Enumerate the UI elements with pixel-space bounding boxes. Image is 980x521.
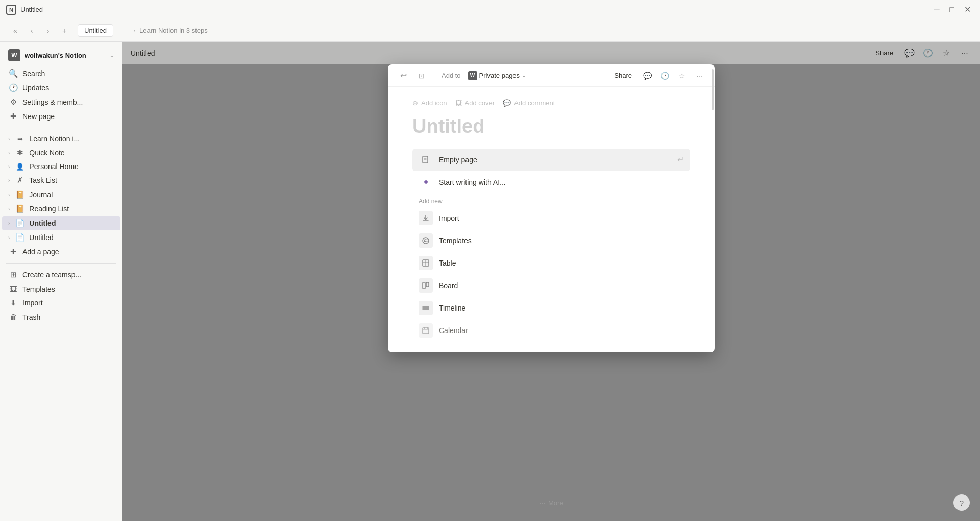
board-option-label: Board [439, 281, 458, 290]
modal-back-button[interactable]: ↩ [396, 68, 410, 83]
modal-history-button[interactable]: 🕐 [657, 68, 672, 83]
calendar-option[interactable]: Calendar [412, 319, 690, 342]
sidebar-item-untitled-2[interactable]: › 📄 Untitled [2, 230, 120, 245]
templates-option[interactable]: Templates [412, 229, 690, 252]
calendar-option-icon [419, 323, 433, 338]
import-icon: ⬇ [8, 298, 18, 307]
timeline-option-icon [419, 301, 433, 315]
close-button[interactable]: ✕ [963, 5, 972, 14]
sidebar-item-trash[interactable]: 🗑 Trash [2, 310, 120, 324]
modal-scroll-area: ⊕ Add icon 🖼 Add cover 💬 Add comment [388, 87, 715, 352]
empty-page-option[interactable]: Empty page ↵ [412, 149, 690, 171]
new-page-nav-button[interactable]: + [57, 23, 71, 38]
modal-backdrop: ↩ ⊡ Add to W Private [122, 42, 980, 521]
modal-layout-button[interactable]: ⊡ [414, 68, 429, 83]
empty-page-label: Empty page [439, 156, 477, 164]
sidebar-item-untitled-1[interactable]: › 📄 Untitled [2, 216, 120, 230]
help-button[interactable]: ? [953, 494, 970, 511]
secondary-tab[interactable]: → Learn Notion in 3 steps [124, 25, 214, 36]
page-title-input[interactable]: Untitled [412, 115, 690, 138]
trash-icon: 🗑 [8, 313, 18, 321]
import-option-icon [419, 211, 433, 225]
sidebar-settings-label: Settings & memb... [22, 98, 83, 106]
modal-comment-button[interactable]: 💬 [640, 68, 654, 83]
workspace-badge-name: Private pages [479, 72, 520, 79]
search-icon: 🔍 [8, 69, 18, 78]
sidebar-item-create-teamspace[interactable]: ⊞ Create a teamsp... [2, 268, 120, 282]
chevron-icon: › [8, 206, 10, 212]
modal-more-button[interactable]: ··· [692, 68, 706, 83]
templates-icon: 🖼 [8, 285, 18, 293]
sidebar-updates-label: Updates [22, 84, 49, 92]
sidebar-item-templates[interactable]: 🖼 Templates [2, 282, 120, 296]
add-comment-emoji: 💬 [503, 99, 511, 107]
minimize-button[interactable]: ─ [932, 5, 941, 14]
sidebar-item-add-page[interactable]: ✚ Add a page [2, 245, 120, 259]
sidebar-learn-notion-label: Learn Notion i... [29, 135, 80, 143]
new-page-icon: ✚ [8, 112, 18, 121]
forward-button[interactable]: › [41, 23, 55, 38]
sidebar-item-quick-note[interactable]: › ✱ Quick Note [2, 146, 120, 160]
timeline-option[interactable]: Timeline [412, 297, 690, 319]
sidebar-item-updates[interactable]: 🕐 Updates [2, 81, 120, 95]
sidebar-templates-label: Templates [22, 285, 55, 293]
maximize-button[interactable]: □ [947, 5, 957, 14]
sidebar-item-personal-home[interactable]: › 👤 Personal Home [2, 160, 120, 173]
untitled-2-icon: 📄 [15, 233, 25, 242]
add-comment-button[interactable]: 💬 Add comment [503, 99, 555, 107]
sidebar-divider-1 [6, 128, 116, 128]
sidebar-import-label: Import [22, 299, 43, 307]
back-button[interactable]: ‹ [24, 23, 39, 38]
sidebar-personal-home-label: Personal Home [29, 162, 79, 171]
personal-home-icon: 👤 [15, 163, 25, 171]
chevron-icon: › [8, 192, 10, 198]
scrollbar-thumb [712, 69, 714, 110]
sidebar-item-reading-list[interactable]: › 📔 Reading List [2, 202, 120, 216]
modal-star-button[interactable]: ☆ [675, 68, 689, 83]
chevron-icon: › [8, 164, 10, 170]
chevron-icon: › [8, 136, 10, 142]
reading-list-icon: 📔 [15, 204, 25, 214]
sidebar-journal-label: Journal [29, 191, 53, 199]
table-option-label: Table [439, 259, 456, 267]
ai-write-icon: ✦ [419, 175, 433, 190]
active-tab-label: Untitled [84, 27, 107, 34]
sidebar-item-search[interactable]: 🔍 Search [2, 66, 120, 81]
more-options-button[interactable]: ··· More [539, 499, 563, 507]
sidebar-item-learn-notion[interactable]: › ➡ Learn Notion i... [2, 132, 120, 146]
secondary-tab-label: Learn Notion in 3 steps [139, 27, 208, 34]
app-icon: N [6, 5, 16, 15]
sidebar-item-task-list[interactable]: › ✗ Task List [2, 173, 120, 187]
svg-rect-9 [423, 282, 425, 289]
modal-share-button[interactable]: Share [609, 69, 637, 81]
timeline-option-label: Timeline [439, 304, 465, 312]
sidebar-item-import[interactable]: ⬇ Import [2, 296, 120, 310]
add-icon-button[interactable]: ⊕ Add icon [412, 99, 447, 107]
content-area: Untitled Share 💬 🕐 ☆ ··· [122, 42, 980, 521]
workspace-header[interactable]: W woliwakun's Notion ⌄ [2, 46, 120, 64]
sidebar-untitled-2-label: Untitled [29, 233, 53, 242]
table-option[interactable]: Table [412, 252, 690, 274]
add-page-icon: ✚ [8, 247, 18, 256]
board-option[interactable]: Board [412, 274, 690, 297]
ai-write-option[interactable]: ✦ Start writing with AI... [412, 171, 690, 194]
sidebar-item-new-page[interactable]: ✚ New page [2, 109, 120, 124]
svg-rect-6 [423, 260, 429, 266]
workspace-badge[interactable]: W Private pages ⌄ [465, 70, 530, 81]
settings-icon: ⚙ [8, 98, 18, 107]
active-tab[interactable]: Untitled [78, 24, 113, 37]
nav-bar: « ‹ › + Untitled → Learn Notion in 3 ste… [0, 19, 980, 42]
collapse-sidebar-button[interactable]: « [8, 23, 22, 38]
new-page-modal: ↩ ⊡ Add to W Private [388, 64, 715, 352]
window-controls: ─ □ ✕ [932, 5, 972, 14]
svg-rect-14 [423, 328, 429, 334]
add-cover-button[interactable]: 🖼 Add cover [455, 99, 495, 107]
table-option-icon [419, 256, 433, 270]
main-layout: W woliwakun's Notion ⌄ 🔍 Search 🕐 Update… [0, 42, 980, 521]
chevron-icon: › [8, 150, 10, 156]
sidebar-create-teamspace-label: Create a teamsp... [22, 271, 81, 279]
import-option[interactable]: Import [412, 207, 690, 229]
sidebar-item-settings[interactable]: ⚙ Settings & memb... [2, 95, 120, 109]
sidebar-item-journal[interactable]: › 📔 Journal [2, 187, 120, 202]
scrollbar-track[interactable] [710, 64, 715, 352]
